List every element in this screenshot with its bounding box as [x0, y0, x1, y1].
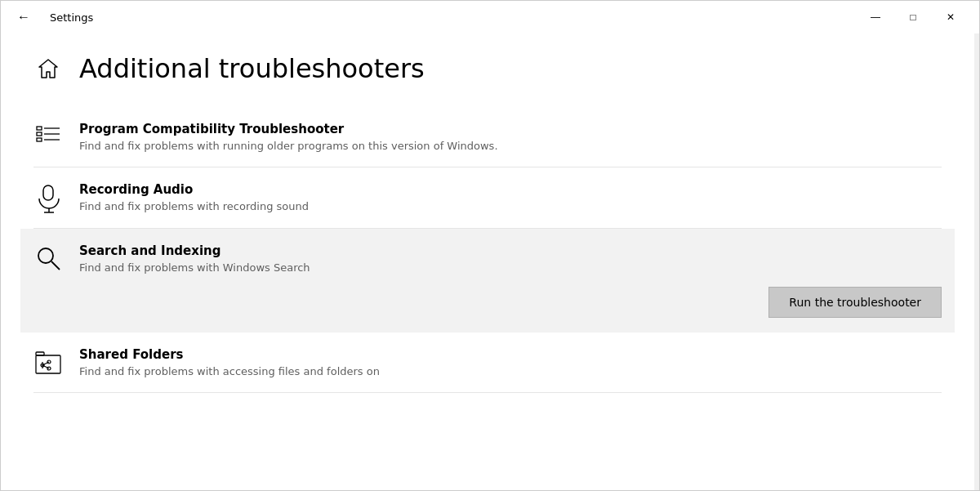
item-description: Find and fix problems with Windows Searc…	[79, 261, 942, 274]
main-panel: Additional troubleshooters Pr	[1, 33, 974, 490]
item-description: Find and fix problems with recording sou…	[79, 200, 942, 212]
item-title: Search and Indexing	[79, 243, 942, 258]
svg-rect-0	[37, 127, 42, 130]
item-text: Program Compatibility Troubleshooter Fin…	[79, 122, 942, 152]
minimize-button[interactable]: —	[857, 1, 894, 33]
svg-rect-12	[36, 355, 60, 373]
window-controls: — □ ✕	[857, 1, 969, 33]
back-button[interactable]: ←	[11, 4, 37, 30]
item-description: Find and fix problems with accessing fil…	[79, 365, 942, 377]
item-description: Find and fix problems with running older…	[79, 140, 942, 152]
item-title: Recording Audio	[79, 182, 942, 197]
window-title: Settings	[50, 11, 93, 24]
page-title: Additional troubleshooters	[79, 53, 425, 84]
title-bar-left: ← Settings	[11, 4, 93, 30]
item-text: Shared Folders Find and fix problems wit…	[79, 347, 942, 377]
item-title: Program Compatibility Troubleshooter	[79, 122, 942, 136]
item-text: Search and Indexing Find and fix problem…	[79, 243, 942, 274]
page-title-row: Additional troubleshooters	[33, 53, 942, 84]
svg-rect-6	[43, 185, 53, 200]
item-header: Program Compatibility Troubleshooter Fin…	[33, 122, 942, 152]
title-bar: ← Settings — □ ✕	[1, 1, 979, 33]
svg-point-9	[38, 248, 53, 263]
list-item[interactable]: Recording Audio Find and fix problems wi…	[33, 167, 942, 229]
restore-button[interactable]: □	[894, 1, 932, 33]
close-button[interactable]: ✕	[932, 1, 969, 33]
svg-line-10	[51, 261, 60, 270]
microphone-icon	[33, 184, 63, 213]
item-text: Recording Audio Find and fix problems wi…	[79, 182, 942, 212]
list-item[interactable]: Shared Folders Find and fix problems wit…	[33, 333, 942, 393]
content-area: Additional troubleshooters Pr	[1, 33, 979, 490]
svg-rect-1	[37, 132, 42, 136]
search-icon	[33, 245, 63, 271]
scrollbar[interactable]	[974, 33, 979, 490]
home-icon	[33, 54, 63, 83]
list-item[interactable]: Program Compatibility Troubleshooter Fin…	[33, 107, 942, 167]
svg-rect-2	[37, 138, 42, 141]
program-compat-icon	[33, 123, 63, 150]
list-item[interactable]: Search and Indexing Find and fix problem…	[20, 229, 955, 333]
item-header: Shared Folders Find and fix problems wit…	[33, 347, 942, 377]
run-troubleshooter-button[interactable]: Run the troubleshooter	[768, 287, 942, 318]
item-title: Shared Folders	[79, 347, 942, 362]
item-header: Recording Audio Find and fix problems wi…	[33, 182, 942, 213]
folder-icon	[33, 349, 63, 377]
item-header: Search and Indexing Find and fix problem…	[33, 243, 942, 274]
run-button-row: Run the troubleshooter	[33, 287, 942, 318]
